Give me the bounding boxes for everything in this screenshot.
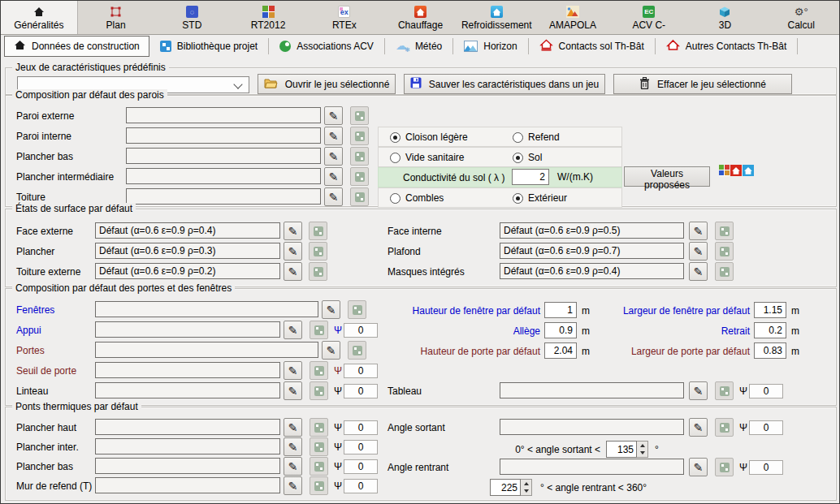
paroi-externe-input[interactable] bbox=[126, 107, 321, 123]
edit-button[interactable]: ✎ bbox=[324, 167, 343, 186]
unit-label: m bbox=[791, 305, 799, 317]
tab-refroidissement[interactable]: Refroidissement bbox=[458, 1, 535, 34]
angle-sortant-max-input[interactable] bbox=[606, 441, 637, 458]
weather-cloud-icon: ☁ ❄ bbox=[396, 41, 409, 53]
subtab-donnees-construction[interactable]: Données de construction bbox=[4, 36, 149, 57]
group-doors-windows: Composition par défaut des portes et des… bbox=[5, 288, 837, 406]
other-contact-house-icon bbox=[666, 39, 680, 54]
library-button bbox=[715, 381, 734, 400]
angle-rentrant-psi-input[interactable] bbox=[749, 460, 783, 475]
window-height-input[interactable] bbox=[544, 302, 577, 318]
subtab-associations-acv[interactable]: Associations ACV bbox=[271, 37, 383, 56]
delete-preset-button[interactable]: Effacer le jeu sélectionné bbox=[613, 74, 792, 94]
subtab-contacts-sol[interactable]: Contacts sol Th-Bât bbox=[530, 37, 653, 56]
subtab-autres-contacts[interactable]: Autres Contacts Th-Bât bbox=[657, 37, 796, 56]
subtab-bibliotheque-projet[interactable]: Bibliothèque projet bbox=[151, 37, 266, 56]
angle-rentrant-input[interactable] bbox=[500, 459, 684, 475]
paroi-interne-input[interactable] bbox=[126, 127, 321, 144]
door-width-input[interactable] bbox=[754, 342, 786, 359]
toiture-externe-input[interactable] bbox=[95, 263, 280, 279]
radio-cloison-legere[interactable]: Cloison légère bbox=[390, 131, 468, 143]
button-label: Sauver les caractéristiques dans un jeu bbox=[429, 79, 599, 90]
spin-down-icon[interactable] bbox=[521, 488, 531, 496]
edit-button[interactable]: ✎ bbox=[689, 458, 708, 476]
angle-sortant-psi-input[interactable] bbox=[749, 420, 783, 435]
opening-row-seuil: Seuil de porte ✎ Ψ bbox=[6, 362, 836, 380]
spin-up-icon[interactable] bbox=[637, 442, 647, 450]
edit-button[interactable]: ✎ bbox=[324, 106, 343, 125]
radio-vide-sanitaire[interactable]: Vide sanitaire bbox=[390, 152, 465, 163]
edit-button[interactable]: ✎ bbox=[689, 262, 708, 281]
plancher-intermediaire-input[interactable] bbox=[126, 168, 321, 184]
plafond-input[interactable] bbox=[500, 243, 684, 259]
open-preset-button[interactable]: Ouvrir le jeu sélectionné bbox=[258, 74, 396, 94]
tab-label: RTEx bbox=[332, 20, 357, 30]
tab-calcul[interactable]: ⚙° Calcul bbox=[763, 1, 839, 34]
tab-amapola[interactable]: AMAPOLA bbox=[535, 1, 611, 34]
subtab-meteo[interactable]: ☁ ❄ Météo bbox=[387, 37, 451, 56]
face-interne-input[interactable] bbox=[500, 222, 684, 239]
tab-rt2012[interactable]: RT2012 bbox=[230, 1, 306, 34]
tableau-row: Tableau ✎ Ψ bbox=[6, 382, 836, 400]
edit-button[interactable]: ✎ bbox=[284, 262, 302, 281]
tab-generalites[interactable]: Généralités bbox=[1, 1, 78, 34]
pencil-icon: ✎ bbox=[329, 171, 339, 183]
edit-button[interactable]: ✎ bbox=[689, 381, 708, 400]
spinner-buttons[interactable] bbox=[637, 441, 648, 458]
radio-sol[interactable]: Sol bbox=[513, 152, 542, 163]
conductivity-input[interactable] bbox=[512, 169, 549, 185]
tab-label: STD bbox=[182, 20, 201, 30]
tab-std[interactable]: ◌ STD bbox=[154, 1, 230, 34]
heating-house-icon bbox=[414, 5, 426, 19]
edit-button[interactable]: ✎ bbox=[284, 222, 302, 240]
masques-integres-input[interactable] bbox=[500, 263, 684, 279]
radio-refend[interactable]: Refend bbox=[513, 131, 560, 143]
pencil-icon: ✎ bbox=[329, 131, 339, 142]
spin-up-icon[interactable] bbox=[521, 480, 531, 488]
spin-down-icon[interactable] bbox=[637, 450, 647, 458]
angle-sortant-input[interactable] bbox=[500, 419, 684, 435]
unit-label: m bbox=[582, 346, 590, 357]
window-width-input[interactable] bbox=[754, 302, 786, 318]
subtab-horizon[interactable]: Horizon bbox=[455, 37, 526, 56]
edit-button[interactable]: ✎ bbox=[284, 361, 302, 380]
rtex-icon: ex bbox=[338, 5, 350, 19]
edit-button[interactable]: ✎ bbox=[689, 242, 708, 261]
group-wall-composition: Composition par défaut des parois Paroi … bbox=[5, 95, 837, 207]
tab-acv[interactable]: EC ACV C- bbox=[611, 1, 687, 34]
seuil-de-porte-input[interactable] bbox=[95, 362, 280, 378]
plancher-bas-input[interactable] bbox=[126, 148, 321, 164]
spinner-buttons[interactable] bbox=[521, 479, 532, 496]
proposed-values-button[interactable]: Valeurs proposées bbox=[624, 166, 710, 187]
tableau-input[interactable] bbox=[500, 382, 684, 398]
library-button bbox=[309, 262, 327, 281]
acv-ec-icon: EC bbox=[643, 5, 655, 19]
face-externe-input[interactable] bbox=[95, 222, 280, 239]
allege-input[interactable] bbox=[544, 322, 577, 338]
retrait-input[interactable] bbox=[754, 322, 786, 338]
edit-button[interactable]: ✎ bbox=[324, 147, 343, 166]
edit-button[interactable]: ✎ bbox=[284, 242, 302, 261]
toiture-input[interactable] bbox=[126, 188, 321, 205]
edit-button[interactable]: ✎ bbox=[324, 127, 343, 145]
tab-label: Chauffage bbox=[398, 20, 443, 30]
save-preset-button[interactable]: Sauver les caractéristiques dans un jeu bbox=[404, 74, 605, 94]
radio-exterieur[interactable]: Extérieur bbox=[513, 192, 567, 204]
surface-row-face-externe: Face externe ✎ Face interne ✎ bbox=[6, 222, 836, 240]
tableau-psi-input[interactable] bbox=[749, 384, 783, 398]
edit-button[interactable]: ✎ bbox=[689, 222, 708, 240]
edit-button[interactable]: ✎ bbox=[324, 187, 343, 206]
tab-3d[interactable]: 3D bbox=[687, 1, 764, 34]
plancher-input[interactable] bbox=[95, 243, 280, 259]
seuil-psi-input[interactable] bbox=[344, 364, 378, 378]
angle-rentrant-min-input[interactable] bbox=[490, 479, 521, 496]
door-height-input[interactable] bbox=[544, 342, 577, 359]
house-icon bbox=[32, 5, 45, 19]
edit-button[interactable]: ✎ bbox=[689, 418, 708, 437]
tab-plan[interactable]: Plan bbox=[78, 1, 154, 34]
radio-combles[interactable]: Combles bbox=[390, 192, 444, 204]
field-label: Masques intégrés bbox=[388, 266, 465, 278]
field-label: Plancher intermédiaire bbox=[16, 171, 114, 183]
tab-chauffage[interactable]: Chauffage bbox=[383, 1, 459, 34]
tab-rtex[interactable]: ex RTEx bbox=[306, 1, 383, 34]
